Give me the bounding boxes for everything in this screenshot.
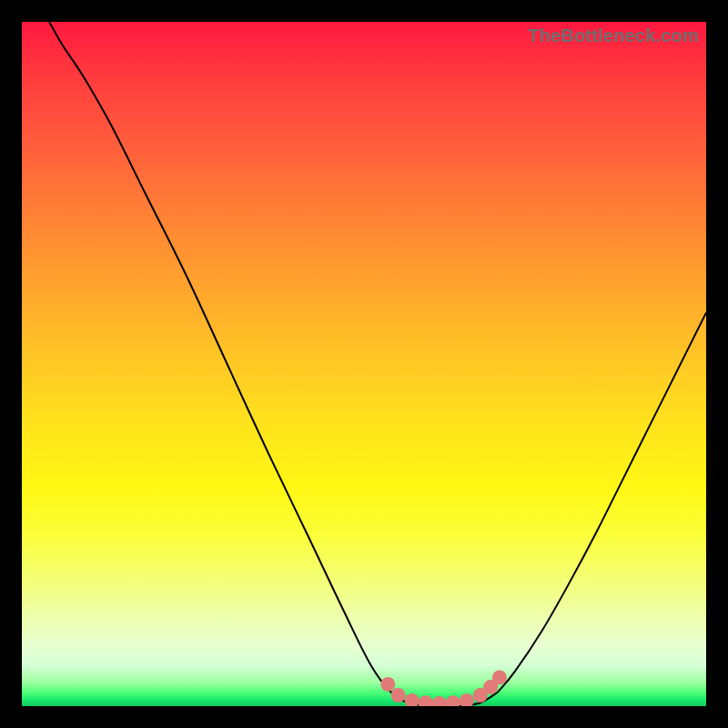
valley-dot bbox=[432, 696, 447, 706]
bottom-dots bbox=[380, 670, 507, 706]
valley-dot bbox=[446, 695, 460, 706]
right-curve bbox=[498, 313, 706, 693]
left-curve bbox=[49, 22, 498, 706]
valley-dot bbox=[380, 677, 395, 692]
valley-dot bbox=[391, 688, 406, 703]
valley-dot bbox=[492, 670, 507, 684]
valley-dot bbox=[405, 693, 420, 706]
valley-dot bbox=[460, 693, 474, 706]
curve-layer bbox=[22, 22, 706, 706]
plot-area: TheBottleneck.com bbox=[22, 22, 706, 706]
chart-frame: TheBottleneck.com bbox=[0, 0, 728, 728]
valley-dot bbox=[419, 695, 433, 706]
